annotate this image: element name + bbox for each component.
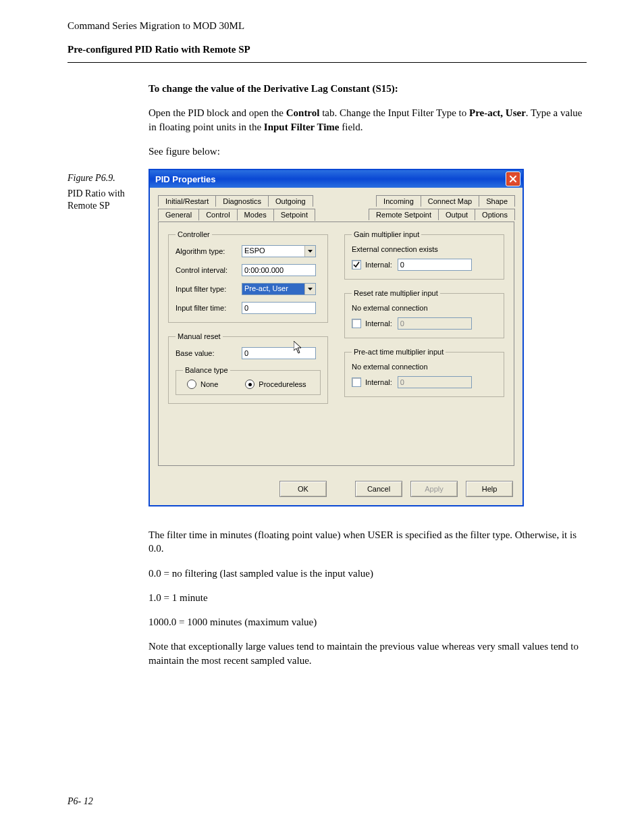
apply-button[interactable]: Apply <box>410 481 458 497</box>
dialog-titlebar: PID Properties <box>150 170 522 188</box>
gain-status-text: External connection exists <box>352 245 497 253</box>
after-para-1: The filter time in minutes (floating poi… <box>149 528 587 556</box>
close-button[interactable] <box>506 172 520 186</box>
algorithm-type-label: Algorithm type: <box>176 247 242 255</box>
cancel-button[interactable]: Cancel <box>355 481 402 497</box>
tab-connect-map[interactable]: Connect Map <box>421 195 479 207</box>
balance-none-radio[interactable]: None <box>187 380 218 389</box>
tab-incoming[interactable]: Incoming <box>376 195 421 207</box>
cursor-icon <box>294 341 304 355</box>
reset-internal-input <box>398 317 472 330</box>
dialog-footer: OK Cancel Apply Help <box>150 474 522 505</box>
algorithm-type-combo[interactable]: ESPO <box>242 245 316 257</box>
radio-icon <box>245 380 254 389</box>
instruction-paragraph: Open the PID block and open the Control … <box>149 106 587 134</box>
checkbox-icon <box>352 377 361 387</box>
checkbox-icon <box>352 260 361 269</box>
tab-remote-setpoint[interactable]: Remote Setpoint <box>369 209 439 220</box>
controller-legend: Controller <box>176 230 212 238</box>
tab-output[interactable]: Output <box>438 209 475 220</box>
header-rule <box>68 62 587 63</box>
reset-status-text: No external connection <box>352 304 497 312</box>
doc-header: Command Series Migration to MOD 30ML <box>68 20 587 32</box>
tab-setpoint[interactable]: Setpoint <box>273 209 315 221</box>
ok-button[interactable]: OK <box>279 481 327 497</box>
tab-diagnostics[interactable]: Diagnostics <box>215 195 269 207</box>
dialog-title: PID Properties <box>155 174 216 184</box>
control-interval-input[interactable] <box>242 264 316 276</box>
input-filter-type-label: Input filter type: <box>176 285 242 293</box>
preact-internal-input <box>398 376 472 388</box>
reset-rate-group: Reset rate multiplier input No external … <box>344 289 504 338</box>
tab-initial-restart[interactable]: Initial/Restart <box>158 195 216 207</box>
see-figure-text: See figure below: <box>149 145 587 158</box>
tab-control[interactable]: Control <box>198 209 237 221</box>
tab-panel-control: Controller Algorithm type: ESPO <box>158 221 514 466</box>
chevron-down-icon[interactable] <box>304 246 315 257</box>
reset-internal-checkbox[interactable]: Internal: <box>352 319 392 328</box>
preact-internal-checkbox[interactable]: Internal: <box>352 377 392 387</box>
gain-internal-checkbox[interactable]: Internal: <box>352 260 392 269</box>
balance-type-legend: Balance type <box>183 366 230 374</box>
tab-general[interactable]: General <box>158 209 199 221</box>
after-para-2: 0.0 = no filtering (last sampled value i… <box>149 567 587 580</box>
chevron-down-icon[interactable] <box>304 284 315 294</box>
input-filter-type-combo[interactable]: Pre-act, User <box>242 283 316 295</box>
reset-rate-legend: Reset rate multiplier input <box>352 289 440 297</box>
preact-time-legend: Pre-act time multiplier input <box>352 348 446 356</box>
tab-outgoing[interactable]: Outgoing <box>268 195 313 207</box>
page-number: P6- 12 <box>68 796 93 807</box>
figure-label: Figure P6.9. <box>68 173 142 184</box>
doc-subheader: Pre-configured PID Ratio with Remote SP <box>68 44 587 55</box>
preact-status-text: No external connection <box>352 363 497 371</box>
pid-properties-dialog: PID Properties Initial/Restart Diagnosti… <box>149 169 524 506</box>
tab-modes[interactable]: Modes <box>237 209 274 221</box>
close-icon <box>509 175 517 183</box>
balance-procedureless-radio[interactable]: Procedureless <box>245 380 306 389</box>
after-para-5: Note that exceptionally large values ten… <box>149 640 587 667</box>
base-value-input[interactable] <box>242 347 316 359</box>
control-interval-label: Control interval: <box>176 266 242 274</box>
radio-icon <box>187 380 196 389</box>
help-button[interactable]: Help <box>466 481 513 497</box>
after-para-4: 1000.0 = 1000 minutes (maximum value) <box>149 615 587 629</box>
controller-group: Controller Algorithm type: ESPO <box>168 230 328 323</box>
input-filter-time-input[interactable] <box>242 302 316 314</box>
checkbox-icon <box>352 319 361 328</box>
section-title: To change the value of the Derivative La… <box>149 82 587 95</box>
tab-options[interactable]: Options <box>475 209 515 220</box>
input-filter-time-label: Input filter time: <box>176 304 242 312</box>
tab-shape[interactable]: Shape <box>479 195 515 207</box>
gain-internal-input[interactable] <box>398 259 472 271</box>
base-value-label: Base value: <box>176 349 242 357</box>
gain-multiplier-legend: Gain multiplier input <box>352 230 421 238</box>
figure-caption: PID Ratio with Remote SP <box>68 188 145 211</box>
preact-time-group: Pre-act time multiplier input No externa… <box>344 348 504 397</box>
after-para-3: 1.0 = 1 minute <box>149 591 587 604</box>
gain-multiplier-group: Gain multiplier input External connectio… <box>344 230 504 280</box>
manual-reset-legend: Manual reset <box>176 332 223 340</box>
